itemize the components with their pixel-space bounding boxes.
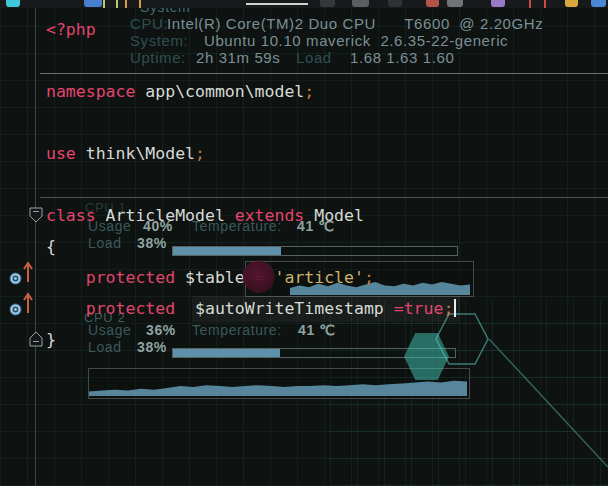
code-token: namespace	[46, 82, 135, 101]
code-token: Model	[304, 206, 364, 225]
code-line[interactable]: protected $table = 'article';	[46, 262, 374, 293]
code-token: extends	[235, 206, 305, 225]
code-token: think\Model	[76, 144, 195, 163]
blue-glyph-icon[interactable]	[84, 0, 102, 7]
code-token: =	[394, 299, 404, 318]
white-line-icon[interactable]	[246, 3, 308, 5]
code-token	[46, 299, 86, 318]
grey-tab-icon[interactable]	[352, 0, 369, 7]
code-token: ;	[304, 82, 314, 101]
fold-marker-up-icon[interactable]	[29, 331, 43, 351]
fold-marker-down-icon[interactable]	[29, 207, 43, 227]
field-icon[interactable]	[9, 271, 22, 289]
code-token: ArticleModel	[96, 206, 235, 225]
editor-gutter[interactable]	[0, 0, 46, 486]
code-token: class	[46, 206, 96, 225]
field-icon[interactable]	[9, 302, 22, 320]
code-editor[interactable]: <?phpnamespace app\common\model;use thin…	[0, 0, 608, 486]
red-blob-icon[interactable]	[426, 0, 439, 7]
screen: System CPU: Intel(R) Core(TM)2 Duo CPU T…	[0, 0, 608, 486]
grey-rect-icon[interactable]	[447, 0, 463, 7]
override-arrow-icon[interactable]	[23, 291, 33, 319]
code-line[interactable]: class ArticleModel extends Model	[46, 200, 364, 231]
code-token: <?php	[46, 20, 96, 39]
override-arrow-icon[interactable]	[23, 260, 33, 288]
browser-icon-strip	[0, 0, 608, 8]
code-token: app\common\model	[135, 82, 304, 101]
red-ring-icon[interactable]	[529, 0, 546, 8]
cyan-arrow-icon[interactable]	[6, 0, 20, 7]
code-token: true	[404, 299, 444, 318]
orange-square-icon[interactable]	[125, 0, 141, 8]
code-token: {	[46, 237, 56, 256]
code-token: ;	[443, 299, 453, 318]
text-caret	[454, 299, 456, 317]
code-token: protected	[86, 268, 175, 287]
blue-arrow-icon[interactable]	[591, 0, 606, 7]
code-line[interactable]: {	[46, 231, 56, 262]
dark-tab2-icon[interactable]	[388, 0, 402, 7]
green-square-icon[interactable]	[103, 0, 118, 8]
code-token: protected	[86, 299, 175, 318]
yellow-star-icon[interactable]	[565, 0, 578, 7]
code-line[interactable]: namespace app\common\model;	[46, 76, 314, 107]
code-line[interactable]: <?php	[46, 14, 96, 45]
purple-flower-icon[interactable]	[491, 0, 505, 7]
code-line[interactable]: }	[46, 324, 56, 355]
code-token: 'article'	[275, 268, 364, 287]
code-token: }	[46, 330, 56, 349]
code-token	[46, 268, 86, 287]
code-token: ;	[364, 268, 374, 287]
code-token: $autoWriteTimestamp	[175, 299, 394, 318]
code-line[interactable]: protected $autoWriteTimestamp =true;	[46, 293, 456, 324]
dark-tab-icon[interactable]	[320, 0, 335, 7]
mouse-cursor-halo	[243, 261, 274, 292]
code-line[interactable]: use think\Model;	[46, 138, 205, 169]
code-token: ;	[195, 144, 205, 163]
code-token: use	[46, 144, 76, 163]
